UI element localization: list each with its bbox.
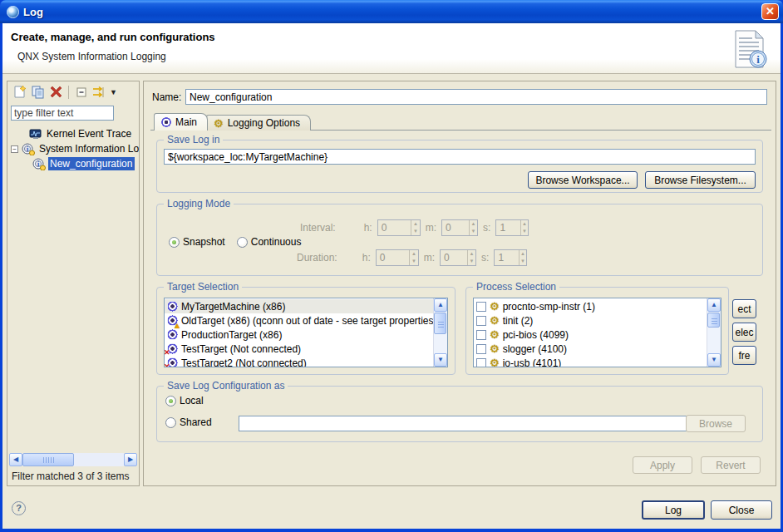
- process-row-tinit[interactable]: ⚙ tinit (2): [474, 313, 707, 328]
- select-all-button[interactable]: ect: [732, 299, 756, 318]
- process-checkbox[interactable]: [476, 344, 486, 354]
- delete-configuration-icon[interactable]: [47, 83, 65, 101]
- filter-menu-dropdown-icon[interactable]: ▼: [110, 88, 117, 96]
- save-log-in-group: Save Log in Browse Workspace... Browse F…: [156, 140, 763, 193]
- minutes-label: m:: [424, 252, 435, 264]
- log-button[interactable]: Log: [642, 500, 705, 520]
- tab-logging-options[interactable]: ⚙ Logging Options: [206, 115, 311, 131]
- shared-radio[interactable]: [165, 417, 176, 428]
- interval-hours-spinner[interactable]: 0▲▼: [377, 219, 421, 236]
- tree-item-new-configuration[interactable]: i New_configuration: [7, 156, 139, 171]
- scroll-up-icon[interactable]: ▲: [434, 298, 447, 312]
- process-list-scrollbar[interactable]: ▲ ▼: [707, 298, 721, 367]
- tree-item-kernel-event-trace[interactable]: Kernel Event Trace: [7, 126, 139, 141]
- continuous-label: Continuous: [251, 236, 302, 248]
- close-window-button[interactable]: ✕: [761, 3, 779, 20]
- scrollbar-thumb[interactable]: [707, 313, 720, 328]
- target-row-testtarget2[interactable]: ✕ TestTarget2 (Not connected): [165, 356, 433, 367]
- filter-launch-configurations-icon[interactable]: [91, 83, 109, 101]
- refresh-button[interactable]: fre: [732, 346, 756, 365]
- process-row-io-usb[interactable]: ⚙ io-usb (4101): [474, 356, 707, 367]
- filter-input[interactable]: [11, 106, 114, 121]
- target-list-scrollbar[interactable]: ▲ ▼: [433, 298, 447, 367]
- duration-minutes-spinner[interactable]: 0▲▼: [440, 249, 476, 266]
- snapshot-radio-row: Snapshot Continuous: [169, 236, 301, 248]
- target-disconnected-icon: ✕: [167, 343, 178, 354]
- target-disconnected-icon: ✕: [167, 357, 178, 367]
- group-title: Save Log Configuration as: [164, 380, 288, 392]
- scroll-left-icon[interactable]: ◀: [9, 453, 22, 466]
- scroll-down-icon[interactable]: ▼: [707, 353, 721, 367]
- shared-path-input[interactable]: [239, 416, 689, 431]
- revert-button[interactable]: Revert: [701, 456, 761, 474]
- process-checkbox[interactable]: [476, 330, 486, 340]
- shared-label: Shared: [180, 416, 212, 428]
- process-icon: ⚙: [490, 329, 500, 340]
- tree-item-system-information-log[interactable]: − i System Information Lo: [7, 141, 139, 156]
- local-radio[interactable]: [165, 396, 176, 406]
- target-row-testtarget[interactable]: ✕ TestTarget (Not connected): [165, 342, 433, 356]
- browse-filesystem-button[interactable]: Browse Filesystem...: [645, 171, 756, 189]
- scroll-right-icon[interactable]: ▶: [124, 453, 137, 466]
- window-title: Log: [23, 6, 43, 18]
- title-bar[interactable]: Log ✕: [0, 0, 783, 23]
- process-row-slogger[interactable]: ⚙ slogger (4100): [474, 342, 707, 356]
- duration-hours-spinner[interactable]: 0▲▼: [376, 249, 419, 266]
- collapse-expander-icon[interactable]: −: [11, 145, 18, 153]
- shared-browse-button[interactable]: Browse: [686, 415, 746, 432]
- scrollbar-thumb[interactable]: [22, 453, 74, 466]
- scroll-up-icon[interactable]: ▲: [707, 298, 721, 312]
- duration-seconds-spinner[interactable]: 1▲▼: [494, 249, 527, 266]
- help-icon[interactable]: ?: [12, 501, 26, 515]
- logging-options-tab-icon: ⚙: [214, 118, 224, 129]
- hours-label: h:: [364, 222, 372, 234]
- process-checkbox[interactable]: [476, 316, 486, 326]
- toolbar-separator: [68, 86, 69, 99]
- new-configuration-icon[interactable]: [10, 83, 28, 101]
- collapse-all-icon[interactable]: [72, 83, 91, 101]
- new-configuration-tree-icon: i: [32, 158, 46, 170]
- target-connected-icon: [167, 329, 178, 340]
- save-log-path-input[interactable]: [164, 149, 756, 165]
- duplicate-configuration-icon[interactable]: [28, 83, 47, 101]
- app-icon: [7, 6, 19, 18]
- tree-item-label: Kernel Event Trace: [45, 127, 134, 140]
- process-list: ⚙ procnto-smp-instr (1) ⚙ tinit (2) ⚙ pc…: [473, 298, 721, 367]
- interval-row: Interval: h: 0▲▼ m: 0▲▼ s: 1▲▼: [300, 219, 529, 236]
- snapshot-radio[interactable]: [169, 237, 180, 248]
- target-connected-icon: [167, 301, 178, 312]
- log-dialog-window: Log ✕ Create, manage, and run configurat…: [0, 0, 783, 532]
- tab-label: Main: [175, 116, 197, 128]
- duration-label: Duration:: [297, 252, 337, 264]
- close-button[interactable]: Close: [711, 500, 772, 520]
- scrollbar-track[interactable]: [22, 453, 124, 466]
- sidebar-toolbar: ▼: [7, 81, 139, 102]
- scrollbar-thumb[interactable]: [434, 313, 446, 334]
- apply-button[interactable]: Apply: [633, 456, 692, 474]
- svg-text:i: i: [756, 53, 760, 66]
- process-row-pci-bios[interactable]: ⚙ pci-bios (4099): [474, 328, 707, 342]
- process-row-procnto[interactable]: ⚙ procnto-smp-instr (1): [474, 299, 707, 313]
- logging-mode-group: Logging Mode Snapshot Continuous Interva…: [156, 204, 763, 276]
- filter-match-status: Filter matched 3 of 3 items: [12, 470, 129, 482]
- tab-main[interactable]: Main: [154, 113, 208, 131]
- browse-workspace-button[interactable]: Browse Workspace...: [528, 171, 638, 189]
- continuous-radio[interactable]: [237, 237, 248, 248]
- dialog-client-area: Create, manage, and run configurations Q…: [2, 23, 781, 529]
- interval-seconds-spinner[interactable]: 1▲▼: [495, 219, 529, 236]
- process-checkbox[interactable]: [476, 358, 486, 367]
- process-checkbox[interactable]: [476, 302, 486, 312]
- dialog-heading: Create, manage, and run configurations: [11, 31, 215, 43]
- duration-row: Duration: h: 0▲▼ m: 0▲▼ s: 1▲▼: [297, 249, 527, 266]
- target-row-productiontarget[interactable]: ProductionTarget (x86): [165, 328, 433, 342]
- target-selection-group: Target Selection MyTargetMachine (x86) ▲…: [156, 287, 456, 375]
- target-row-mytargetmachine[interactable]: MyTargetMachine (x86): [165, 299, 433, 313]
- process-icon: ⚙: [490, 301, 500, 312]
- process-selection-group: Process Selection ⚙ procnto-smp-instr (1…: [465, 287, 729, 375]
- deselect-all-button[interactable]: elec: [732, 323, 756, 342]
- configuration-name-input[interactable]: [185, 89, 767, 105]
- sidebar-horizontal-scrollbar[interactable]: ◀ ▶: [9, 453, 137, 466]
- target-row-oldtarget[interactable]: ▲ OldTarget (x86) (qconn out of date - s…: [165, 313, 433, 328]
- interval-minutes-spinner[interactable]: 0▲▼: [441, 219, 478, 236]
- scroll-down-icon[interactable]: ▼: [434, 353, 447, 367]
